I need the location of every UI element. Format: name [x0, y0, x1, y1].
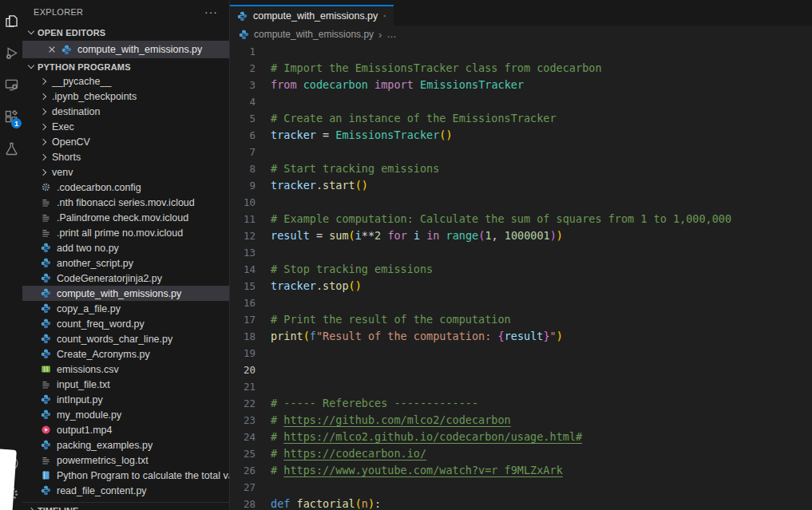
tree-folder[interactable]: OpenCV: [22, 134, 229, 149]
more-actions-icon[interactable]: ···: [204, 8, 218, 16]
explorer-icon[interactable]: [0, 5, 22, 37]
line-number[interactable]: 17: [230, 311, 255, 328]
code-line[interactable]: 4: [230, 93, 812, 110]
close-icon[interactable]: [48, 45, 56, 53]
tree-folder[interactable]: __pycache__: [22, 73, 229, 89]
tree-item[interactable]: powermetrics_log.txt: [22, 453, 229, 468]
workspace-section[interactable]: PYTHON PROGRAMS: [22, 58, 229, 75]
line-number[interactable]: 3: [230, 77, 255, 93]
close-icon[interactable]: [383, 12, 386, 20]
line-number[interactable]: 21: [230, 378, 255, 395]
code-line[interactable]: 5# Create an instance of the EmissionsTr…: [230, 110, 812, 127]
line-number[interactable]: 4: [230, 93, 255, 110]
tree-item[interactable]: another_script.py: [22, 255, 229, 271]
tree-item[interactable]: Python Program to calculate the total va…: [22, 468, 229, 483]
tree-item[interactable]: add two no.py: [22, 240, 229, 255]
line-number[interactable]: 16: [230, 295, 255, 311]
tree-item[interactable]: read_file_content.py: [22, 483, 229, 498]
code-line[interactable]: 24# https://mlco2.github.io/codecarbon/u…: [230, 429, 812, 445]
code-editor[interactable]: 12# Import the EmissionsTracker class fr…: [230, 43, 812, 510]
tree-folder[interactable]: .ipynb_checkpoints: [22, 89, 229, 104]
code-line[interactable]: 22# ----- Referebces -------------: [230, 395, 812, 412]
line-number[interactable]: 9: [230, 177, 255, 194]
code-line[interactable]: 18print(f"Result of the computation: {re…: [230, 328, 812, 345]
tree-item[interactable]: emissions.csv: [22, 362, 229, 377]
tree-item[interactable]: my_module.py: [22, 407, 229, 422]
line-number[interactable]: 5: [230, 110, 255, 127]
tree-item[interactable]: count_words_char_line.py: [22, 331, 229, 346]
tree-folder[interactable]: Exec: [22, 119, 229, 134]
line-number[interactable]: 1: [230, 43, 255, 60]
remote-explorer-icon[interactable]: [0, 69, 22, 101]
open-editor-item[interactable]: compute_with_emissions.py: [22, 41, 229, 58]
code-line[interactable]: 15tracker.stop(): [230, 278, 812, 295]
code-line[interactable]: 23# https://github.com/mlco2/codecarbon: [230, 412, 812, 429]
line-number[interactable]: 25: [230, 445, 255, 462]
timeline-section[interactable]: TIMELINE: [22, 502, 229, 510]
code-line[interactable]: 14# Stop tracking emissions: [230, 261, 812, 278]
line-number[interactable]: 22: [230, 395, 255, 412]
tree-item[interactable]: copy_a_file.py: [22, 301, 229, 316]
code-line[interactable]: 21: [230, 378, 812, 395]
code-line[interactable]: 11# Example computation: Calculate the s…: [230, 211, 812, 227]
code-line[interactable]: 1: [230, 43, 812, 60]
code-line[interactable]: 20: [230, 362, 812, 378]
code-line[interactable]: 25# https://codecarbon.io/: [230, 445, 812, 462]
line-number[interactable]: 18: [230, 328, 255, 345]
line-number[interactable]: 15: [230, 278, 255, 295]
tree-folder[interactable]: Shorts: [22, 149, 229, 164]
code-line[interactable]: 3from codecarbon import EmissionsTracker: [230, 77, 812, 93]
code-line[interactable]: 26# https://www.youtube.com/watch?v=r_f9…: [230, 462, 812, 479]
tree-item[interactable]: .Palindrome check.mov.icloud: [22, 210, 229, 225]
tree-item[interactable]: packing_examples.py: [22, 437, 229, 453]
line-number[interactable]: 8: [230, 160, 255, 177]
line-number[interactable]: 19: [230, 345, 255, 362]
line-number[interactable]: 2: [230, 60, 255, 77]
code-line[interactable]: 8# Start tracking emissions: [230, 160, 812, 177]
tree-item[interactable]: .codecarbon.config: [22, 180, 229, 195]
tree-item[interactable]: input_file.txt: [22, 377, 229, 392]
tree-item[interactable]: count_freq_word.py: [22, 316, 229, 331]
code-line[interactable]: 27: [230, 479, 812, 496]
extensions-icon[interactable]: 1: [0, 101, 22, 132]
line-number[interactable]: 26: [230, 462, 255, 479]
tree-folder[interactable]: destination: [22, 104, 229, 119]
code-line[interactable]: 28def factorial(n):: [230, 496, 812, 510]
code-line[interactable]: 7: [230, 144, 812, 160]
code-line[interactable]: 6tracker = EmissionsTracker(): [230, 127, 812, 144]
tree-item[interactable]: intInput.py: [22, 392, 229, 407]
code-line[interactable]: 10: [230, 194, 812, 211]
open-editors-section[interactable]: OPEN EDITORS: [22, 24, 229, 41]
code-line[interactable]: 2# Import the EmissionsTracker class fro…: [230, 60, 812, 77]
editor-tab[interactable]: compute_with_emissions.py: [230, 5, 394, 26]
code-line[interactable]: 17# Print the result of the computation: [230, 311, 812, 328]
tree-item[interactable]: compute_with_emissions.py: [22, 286, 229, 301]
tree-folder[interactable]: venv: [22, 164, 229, 180]
line-number[interactable]: 27: [230, 479, 255, 496]
code-line[interactable]: 12result = sum(i**2 for i in range(1, 10…: [230, 227, 812, 244]
breadcrumb-file[interactable]: compute_with_emissions.py: [254, 29, 374, 40]
testing-icon[interactable]: [0, 132, 22, 164]
tree-item[interactable]: output1.mp4: [22, 422, 229, 437]
line-number[interactable]: 13: [230, 244, 255, 261]
line-number[interactable]: 11: [230, 211, 255, 227]
code-line[interactable]: 16: [230, 295, 812, 311]
breadcrumb-more[interactable]: …: [386, 29, 396, 40]
line-number[interactable]: 23: [230, 412, 255, 429]
line-number[interactable]: 28: [230, 496, 255, 510]
line-number[interactable]: 6: [230, 127, 255, 144]
code-line[interactable]: 9tracker.start(): [230, 177, 812, 194]
line-number[interactable]: 7: [230, 144, 255, 160]
code-line[interactable]: 19: [230, 345, 812, 362]
tree-item[interactable]: .nth fibonacci series.mov.icloud: [22, 195, 229, 210]
line-number[interactable]: 24: [230, 429, 255, 445]
line-number[interactable]: 20: [230, 362, 255, 378]
code-line[interactable]: 13: [230, 244, 812, 261]
tree-item[interactable]: CodeGeneratorjinja2.py: [22, 271, 229, 286]
breadcrumb[interactable]: compute_with_emissions.py › …: [230, 26, 812, 43]
line-number[interactable]: 12: [230, 227, 255, 244]
tree-item[interactable]: Create_Acronyms.py: [22, 346, 229, 362]
run-debug-icon[interactable]: [0, 37, 22, 69]
tree-item[interactable]: .print all prime no.mov.icloud: [22, 225, 229, 240]
line-number[interactable]: 10: [230, 194, 255, 211]
